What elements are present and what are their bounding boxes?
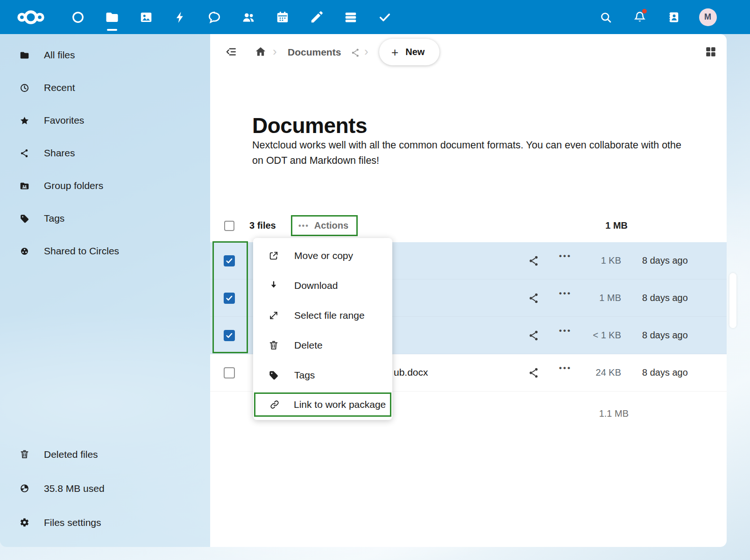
sidebar-item-tags[interactable]: Tags — [0, 202, 210, 235]
nextcloud-logo-icon — [10, 8, 51, 27]
app-frame: All files Recent Favorites Shares Group … — [0, 34, 727, 547]
new-button-label: New — [405, 47, 425, 57]
contacts-menu-icon[interactable] — [657, 0, 691, 34]
sidebar-item-shares[interactable]: Shares — [0, 137, 210, 169]
sidebar-item-files-settings[interactable]: Files settings — [0, 505, 210, 539]
row-actions-icon[interactable]: ••• — [559, 326, 572, 336]
sidebar-item-shared-to-circles[interactable]: Shared to Circles — [0, 235, 210, 267]
check-icon — [225, 294, 233, 302]
menu-item-download[interactable]: Download — [253, 271, 392, 301]
tag-icon — [269, 370, 279, 380]
row-checkbox[interactable] — [224, 367, 235, 378]
move-or-copy-icon — [269, 251, 279, 261]
delete-icon — [269, 340, 279, 350]
file-size: 24 KB — [596, 367, 621, 378]
menu-item-delete[interactable]: Delete — [253, 330, 392, 360]
quota-icon — [20, 483, 29, 493]
file-modified: 8 days ago — [642, 367, 688, 378]
notification-dot — [642, 9, 647, 14]
row-actions-icon[interactable]: ••• — [559, 289, 572, 298]
tag-icon — [20, 214, 29, 224]
tasks-app-icon[interactable] — [368, 0, 402, 34]
row-checkbox[interactable] — [224, 330, 235, 341]
grid-view-icon[interactable] — [704, 45, 717, 58]
avatar[interactable]: M — [699, 8, 717, 26]
share-icon — [20, 148, 29, 158]
file-modified: 8 days ago — [642, 330, 688, 341]
share-icon[interactable] — [528, 329, 540, 342]
select-all-checkbox[interactable] — [224, 221, 234, 231]
collapse-sidebar-icon[interactable] — [220, 42, 241, 62]
sidebar-item-label: All files — [44, 49, 75, 61]
actions-dropdown-menu: Move or copy Download Select file range … — [253, 238, 392, 420]
sidebar-nav: All files Recent Favorites Shares Group … — [0, 39, 210, 267]
batch-actions-button[interactable]: ••• Actions — [292, 217, 356, 235]
active-app-indicator — [107, 29, 117, 31]
sidebar-item-all-files[interactable]: All files — [0, 39, 210, 71]
menu-item-move-or-copy[interactable]: Move or copy — [253, 241, 392, 271]
sidebar-item-label: Deleted files — [44, 449, 98, 460]
file-name: ub.docx — [394, 367, 428, 378]
clock-icon — [20, 83, 29, 93]
sidebar-item-quota[interactable]: 35.8 MB used — [0, 471, 210, 505]
talk-app-icon[interactable] — [197, 0, 231, 34]
menu-item-label: Link to work package — [294, 399, 386, 410]
scrollbar-thumb[interactable] — [729, 273, 736, 328]
share-icon[interactable] — [528, 292, 540, 304]
deck-app-icon[interactable] — [333, 0, 368, 34]
sidebar-item-label: 35.8 MB used — [44, 483, 105, 494]
batch-actions-label: Actions — [314, 220, 348, 231]
row-checkbox[interactable] — [224, 293, 235, 304]
notes-app-icon[interactable] — [299, 0, 333, 34]
notifications-bell-icon[interactable] — [623, 0, 657, 34]
contacts-app-icon[interactable] — [231, 0, 265, 34]
home-icon[interactable] — [252, 42, 269, 61]
nextcloud-logo[interactable] — [0, 8, 61, 27]
sidebar-item-favorites[interactable]: Favorites — [0, 104, 210, 137]
circle-app-icon[interactable] — [61, 0, 95, 34]
row-actions-icon[interactable]: ••• — [559, 252, 572, 261]
user-menu[interactable]: M — [691, 0, 725, 34]
file-size: < 1 KB — [593, 330, 621, 341]
sidebar-item-group-folders[interactable]: Group folders — [0, 169, 210, 202]
menu-item-link-to-work-package[interactable]: Link to work package — [254, 392, 391, 417]
more-dots-icon: ••• — [298, 222, 309, 230]
total-size-header: 1 MB — [605, 220, 628, 231]
topbar-right: M — [588, 0, 725, 34]
topbar: M — [0, 0, 750, 34]
activity-app-icon[interactable] — [163, 0, 197, 34]
photos-app-icon[interactable] — [129, 0, 163, 34]
row-actions-icon[interactable]: ••• — [559, 364, 572, 373]
link-icon — [269, 399, 280, 410]
select-range-icon — [269, 310, 279, 321]
new-button[interactable]: + New — [379, 39, 439, 65]
menu-item-label: Move or copy — [294, 250, 353, 261]
file-list-header: 3 files ••• Actions 1 MB — [210, 215, 727, 238]
file-modified: 8 days ago — [642, 255, 688, 266]
search-icon[interactable] — [588, 0, 623, 34]
sidebar-item-label: Tags — [44, 213, 64, 224]
sidebar-item-deleted-files[interactable]: Deleted files — [0, 437, 210, 471]
files-sidebar: All files Recent Favorites Shares Group … — [0, 34, 210, 547]
calendar-app-icon[interactable] — [265, 0, 299, 34]
files-app-icon[interactable] — [95, 0, 129, 34]
share-icon[interactable] — [528, 255, 540, 267]
menu-item-tags[interactable]: Tags — [253, 360, 392, 390]
breadcrumb-separator: › — [364, 44, 368, 59]
breadcrumb-share-icon[interactable] — [350, 48, 361, 58]
settings-gear-icon — [20, 518, 29, 527]
row-checkbox[interactable] — [224, 255, 235, 266]
circles-icon — [20, 246, 29, 256]
sidebar-item-label: Favorites — [44, 115, 84, 126]
menu-item-label: Delete — [294, 340, 323, 351]
sidebar-item-recent[interactable]: Recent — [0, 71, 210, 104]
check-icon — [225, 257, 233, 265]
menu-item-label: Download — [294, 280, 338, 291]
share-icon[interactable] — [528, 367, 540, 379]
menu-item-select-file-range[interactable]: Select file range — [253, 301, 392, 330]
menu-item-label: Select file range — [294, 310, 365, 321]
breadcrumb-current[interactable]: Documents — [288, 47, 341, 58]
file-size: 1 KB — [601, 255, 621, 266]
menu-item-label: Tags — [294, 370, 315, 381]
breadcrumb-separator: › — [273, 44, 277, 59]
